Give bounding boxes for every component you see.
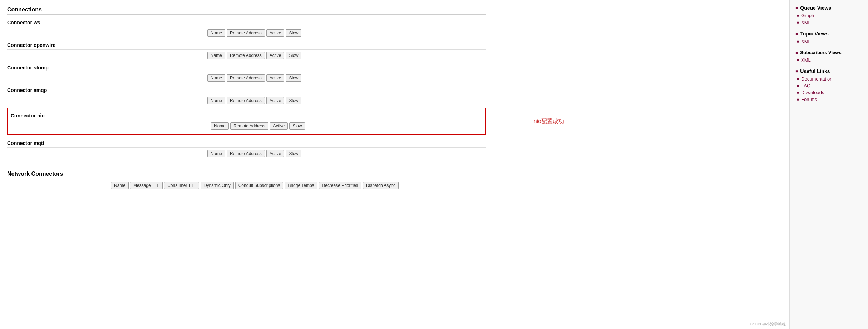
sidebar-queue-views-section: Queue Views Graph XML	[795, 5, 862, 25]
col-name: Name	[111, 182, 129, 189]
sidebar-link-xml-topic[interactable]: XML	[795, 39, 862, 44]
col-slow: Slow	[286, 150, 301, 157]
connector-nio-block: Connector nio Name Remote Address Active…	[7, 108, 486, 135]
connector-mqtt-block: Connector mqtt Name Remote Address Activ…	[7, 138, 486, 157]
watermark: CSDN @小涂学编程	[750, 321, 786, 327]
col-active: Active	[266, 74, 285, 82]
col-bridge-temps: Bridge Temps	[285, 182, 317, 189]
col-slow: Slow	[289, 122, 305, 130]
col-remote-address: Remote Address	[227, 150, 265, 157]
col-slow: Slow	[286, 29, 301, 37]
connector-mqtt-title: Connector mqtt	[7, 138, 486, 148]
col-active: Active	[266, 52, 285, 59]
col-remote-address: Remote Address	[227, 29, 265, 37]
sidebar-link-documentation[interactable]: Documentation	[795, 76, 862, 82]
col-slow: Slow	[286, 52, 301, 59]
col-remote-address: Remote Address	[230, 122, 268, 130]
col-active: Active	[266, 29, 285, 37]
connector-nio-title: Connector nio	[11, 111, 483, 120]
connector-amqp-header: Name Remote Address Active Slow	[7, 97, 486, 104]
col-message-ttl: Message TTL	[130, 182, 163, 189]
network-connectors-title: Network Connectors	[7, 168, 486, 179]
col-conduit-subscriptions: Conduit Subscriptions	[235, 182, 283, 189]
sidebar-link-graph[interactable]: Graph	[795, 13, 862, 18]
connector-ws-header: Name Remote Address Active Slow	[7, 29, 486, 37]
col-slow: Slow	[286, 97, 301, 104]
col-dispatch-async: Dispatch Async	[363, 182, 399, 189]
col-remote-address: Remote Address	[227, 97, 265, 104]
connector-ws-title: Connector ws	[7, 18, 486, 27]
col-name: Name	[207, 52, 225, 59]
sidebar-link-downloads[interactable]: Downloads	[795, 90, 862, 95]
connector-stomp-header: Name Remote Address Active Slow	[7, 74, 486, 82]
sidebar-subscribers-views-section: Subscribers Views XML	[795, 50, 862, 63]
connections-title: Connections	[7, 4, 486, 15]
connector-ws-block: Connector ws Name Remote Address Active …	[7, 18, 486, 37]
connector-amqp-title: Connector amqp	[7, 85, 486, 95]
connector-amqp-block: Connector amqp Name Remote Address Activ…	[7, 85, 486, 104]
col-remote-address: Remote Address	[227, 52, 265, 59]
col-active: Active	[266, 150, 285, 157]
nio-annotation: nio配置成功	[534, 117, 564, 125]
connector-stomp-title: Connector stomp	[7, 63, 486, 72]
col-dynamic-only: Dynamic Only	[201, 182, 234, 189]
sidebar-link-xml-subscribers[interactable]: XML	[795, 57, 862, 63]
sidebar-link-faq[interactable]: FAQ	[795, 83, 862, 88]
sidebar-useful-links-title: Useful Links	[795, 68, 862, 74]
col-name: Name	[207, 97, 225, 104]
col-name: Name	[207, 150, 225, 157]
col-name: Name	[207, 74, 225, 82]
connector-nio-header: Name Remote Address Active Slow	[11, 122, 483, 130]
col-decrease-priorities: Decrease Priorities	[319, 182, 361, 189]
col-active: Active	[270, 122, 288, 130]
col-name: Name	[207, 29, 225, 37]
col-slow: Slow	[286, 74, 301, 82]
sidebar: Queue Views Graph XML Topic Views XML Su…	[789, 0, 868, 329]
connector-openwire-title: Connector openwire	[7, 40, 486, 50]
sidebar-topic-views-section: Topic Views XML	[795, 31, 862, 44]
col-remote-address: Remote Address	[227, 74, 265, 82]
sidebar-link-forums[interactable]: Forums	[795, 97, 862, 102]
col-name: Name	[211, 122, 229, 130]
connector-openwire-header: Name Remote Address Active Slow	[7, 52, 486, 59]
network-connectors-header: Name Message TTL Consumer TTL Dynamic On…	[7, 182, 486, 189]
sidebar-topic-views-title: Topic Views	[795, 31, 862, 37]
connector-openwire-block: Connector openwire Name Remote Address A…	[7, 40, 486, 59]
col-active: Active	[266, 97, 285, 104]
sidebar-subscribers-views-title: Subscribers Views	[795, 50, 862, 55]
sidebar-useful-links-section: Useful Links Documentation FAQ Downloads…	[795, 68, 862, 102]
sidebar-queue-views-title: Queue Views	[795, 5, 862, 11]
connector-stomp-block: Connector stomp Name Remote Address Acti…	[7, 63, 486, 82]
connector-mqtt-header: Name Remote Address Active Slow	[7, 150, 486, 157]
col-consumer-ttl: Consumer TTL	[164, 182, 199, 189]
sidebar-link-xml-queue[interactable]: XML	[795, 20, 862, 25]
